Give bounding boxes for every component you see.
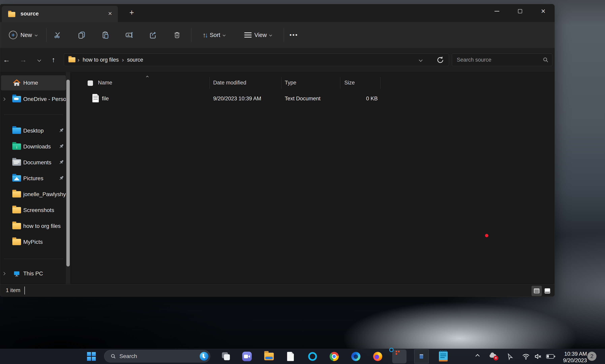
column-divider[interactable] [209,77,210,89]
chevron-down-icon [35,34,38,36]
column-header-name[interactable]: Name [98,80,112,86]
bing-chat-icon[interactable] [200,352,208,361]
taskbar: Search × [0,349,605,364]
sidebar-item-label: Screenshots [23,207,66,213]
search-input[interactable] [452,54,552,66]
folder-icon [68,57,75,62]
sidebar-scrollbar-thumb[interactable] [66,80,70,266]
search-icon [110,353,116,359]
close-button[interactable]: × [534,4,552,18]
speaker-muted-icon [534,352,542,361]
location-tray-button[interactable] [504,351,514,361]
expand-chevron-icon[interactable] [2,272,6,275]
sidebar-item-mypicts[interactable]: MyPicts [1,234,66,249]
snipping-tool-button[interactable] [392,350,407,364]
firefox-button[interactable] [373,351,383,361]
maximize-button[interactable] [511,4,529,18]
details-view-icon [534,288,540,293]
select-all-checkbox[interactable] [88,80,93,86]
sidebar-item-label: how to org files [23,223,66,229]
sidebar-item-jonelle-pawlyshy[interactable]: jonelle_Pawlyshy [1,187,66,202]
delete-button[interactable] [171,28,183,42]
notepad-icon [439,351,448,361]
maximize-icon [518,9,522,13]
column-header-date-modified[interactable]: Date modified [213,80,246,86]
chevron-down-icon [37,58,41,62]
toolbar-divider [284,28,284,42]
running-app-button[interactable] [414,350,429,364]
copy-button[interactable] [75,28,88,42]
chevron-down-icon [223,34,226,36]
volume-tray-button[interactable] [533,351,543,361]
file-row[interactable]: file 9/20/2023 10:39 AM Text Document 0 … [84,92,382,106]
sidebar-item-desktop[interactable]: Desktop [1,123,66,138]
tab-close-icon[interactable]: × [105,9,115,18]
large-icons-view-button[interactable] [542,286,553,296]
share-button[interactable] [147,28,159,42]
column-header-type[interactable]: Type [285,80,296,86]
sidebar-item-label: jonelle_Pawlyshy [23,191,66,197]
command-bar: + New [0,22,554,48]
task-view-button[interactable] [221,351,231,361]
notification-badge[interactable]: 2 [587,352,596,361]
taskbar-clock[interactable]: 10:39 AM 9/20/2023 [554,351,587,364]
pictures-folder-icon [12,174,21,182]
forward-button[interactable]: → [17,53,29,66]
edge-button[interactable] [351,351,361,361]
sidebar-item-screenshots[interactable]: Screenshots [1,203,66,218]
new-tab-button[interactable]: + [127,8,137,18]
alexa-button[interactable] [308,351,318,361]
file-explorer-button[interactable] [264,351,274,361]
sidebar-item-label: Home [23,80,66,86]
back-button[interactable]: ← [0,53,13,66]
view-button[interactable]: View [240,28,276,42]
sidebar-item-pictures[interactable]: Pictures [1,171,66,186]
notepad-button[interactable] [438,351,448,361]
details-view-button[interactable] [531,286,542,296]
see-more-button[interactable]: ••• [287,28,301,42]
chevron-down-icon [419,58,422,62]
battery-icon [546,354,554,359]
expand-chevron-icon[interactable] [2,98,6,101]
sidebar-item-home[interactable]: Home [1,75,66,91]
paste-button[interactable] [99,28,112,42]
address-dropdown-button[interactable] [419,58,422,62]
minimize-button[interactable] [488,4,506,18]
sort-ascending-icon [146,76,149,78]
refresh-button[interactable] [436,56,445,65]
file-date-modified: 9/20/2023 10:39 AM [213,96,261,102]
large-icons-view-icon [545,288,550,293]
breadcrumb-item[interactable]: how to org files [81,57,121,63]
sidebar-item-downloads[interactable]: ↓ Downloads [1,139,66,154]
wifi-tray-button[interactable] [521,351,531,361]
up-button[interactable]: ↑ [48,53,59,66]
battery-tray-button[interactable] [545,351,555,361]
sidebar-item-this-pc[interactable]: This PC [1,266,66,281]
show-hidden-icons-button[interactable] [476,354,480,358]
error-badge-icon: × [493,356,498,360]
column-divider[interactable] [340,77,340,89]
onedrive-tray-button[interactable]: × [489,351,499,361]
new-button[interactable]: + New [4,28,42,42]
sidebar-item-onedrive[interactable]: OneDrive - Perso [1,91,66,107]
document-app-button[interactable] [285,351,296,361]
search-icon[interactable] [542,56,549,64]
clock-date: 9/20/2023 [554,357,587,364]
cut-button[interactable] [51,28,64,42]
sidebar-item-documents[interactable]: Documents [1,155,66,170]
recent-locations-button[interactable] [33,53,45,66]
teams-chat-button[interactable] [242,351,252,361]
column-divider[interactable] [282,77,282,89]
sidebar-item-how-to-org-files[interactable]: how to org files [1,219,66,234]
sort-button[interactable]: ↑↓ Sort [196,28,232,42]
chat-icon [242,352,252,361]
new-button-label: New [20,32,32,38]
start-button[interactable] [86,351,96,361]
tab-source[interactable]: source × [2,6,118,22]
chrome-button[interactable] [329,351,339,361]
column-header-size[interactable]: Size [344,80,355,86]
taskbar-search[interactable]: Search [104,350,210,363]
rename-button[interactable]: A [123,28,136,42]
address-bar[interactable]: › how to org files › source [64,53,449,66]
breadcrumb-item[interactable]: source [125,57,145,63]
